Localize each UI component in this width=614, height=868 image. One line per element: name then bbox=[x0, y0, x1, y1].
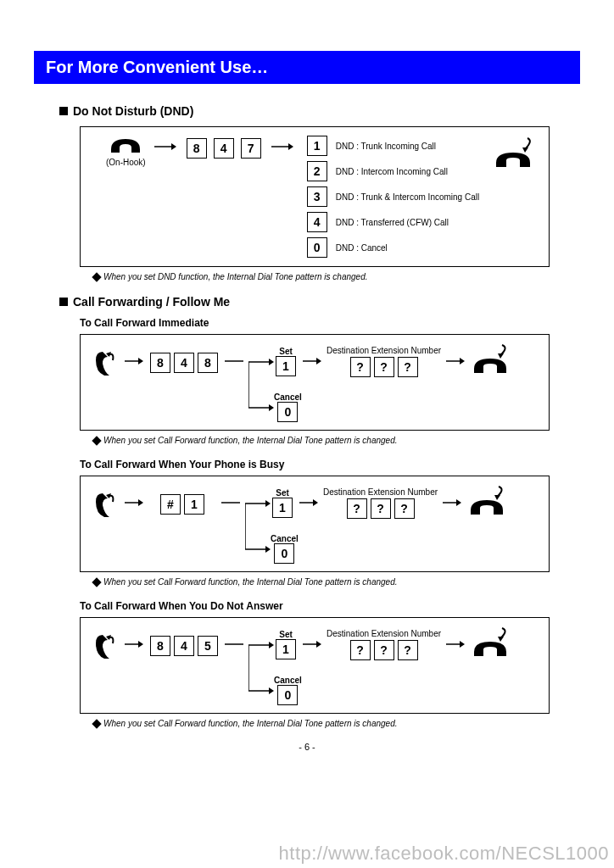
arrow-icon bbox=[221, 498, 240, 507]
key-digit: 4 bbox=[307, 212, 327, 232]
hangup-icon bbox=[470, 343, 511, 379]
note-text: When you set Call Forward function, the … bbox=[103, 577, 398, 587]
svg-marker-32 bbox=[494, 495, 500, 500]
arrow-icon bbox=[303, 640, 321, 648]
watermark-url: http://www.facebook.com/NECSL1000 bbox=[279, 843, 609, 865]
key-placeholder: ? bbox=[350, 357, 371, 377]
page-number: - 6 - bbox=[34, 742, 580, 752]
dnd-option-text: DND : Trunk & Intercom Incoming Call bbox=[336, 192, 480, 202]
arrow-icon bbox=[225, 357, 243, 365]
handset-off-hook-icon bbox=[92, 490, 120, 524]
handset-off-hook-icon bbox=[92, 632, 120, 665]
arrow-icon bbox=[446, 640, 465, 648]
arrow-icon bbox=[303, 357, 321, 365]
on-hook-label: (On-Hook) bbox=[106, 158, 146, 167]
svg-marker-4 bbox=[522, 147, 528, 153]
cf-note: When you set Call Forward function, the … bbox=[93, 577, 580, 587]
dest-label: Destination Extension Number bbox=[323, 487, 438, 497]
set-label: Set bbox=[279, 630, 293, 639]
dnd-option: 4DND : Transferred (CFW) Call bbox=[305, 212, 480, 232]
branch-icon bbox=[248, 626, 274, 706]
dnd-diagram: (On-Hook) 8 4 7 1DND : Trunk Incoming Ca… bbox=[80, 126, 550, 267]
svg-marker-29 bbox=[313, 499, 318, 506]
key-digit: 2 bbox=[307, 161, 327, 181]
key-digit: 0 bbox=[277, 402, 298, 422]
key-digit: 0 bbox=[277, 685, 298, 705]
cancel-label: Cancel bbox=[271, 534, 299, 543]
key-digit: 8 bbox=[198, 353, 218, 373]
cf-noanswer-diagram: 8 4 5 Set1 Destination Extension Number … bbox=[80, 617, 550, 714]
note-text: When you set DND function, the Internal … bbox=[103, 272, 367, 281]
page-title: For More Convenient Use… bbox=[34, 51, 580, 84]
arrow-icon bbox=[271, 142, 293, 151]
handset-off-hook-icon bbox=[92, 348, 120, 382]
diamond-icon bbox=[92, 577, 101, 587]
cf-note: When you set Call Forward function, the … bbox=[93, 436, 580, 445]
key-digit: 1 bbox=[184, 494, 204, 515]
arrow-icon bbox=[443, 498, 461, 507]
svg-marker-15 bbox=[316, 358, 321, 364]
cf-heading-text: Call Forwarding / Follow Me bbox=[73, 295, 230, 309]
key-digit: 1 bbox=[307, 136, 327, 156]
dnd-option: 1DND : Trunk Incoming Call bbox=[305, 136, 480, 156]
hangup-icon bbox=[470, 626, 511, 662]
dnd-option: 0DND : Cancel bbox=[305, 237, 480, 258]
svg-marker-46 bbox=[498, 637, 504, 642]
key-placeholder: ? bbox=[374, 640, 394, 660]
key-digit: 1 bbox=[276, 356, 296, 376]
key-placeholder: ? bbox=[398, 640, 418, 660]
handset-on-hook-icon bbox=[109, 136, 142, 158]
dnd-option-text: DND : Cancel bbox=[336, 243, 388, 253]
cancel-label: Cancel bbox=[274, 676, 302, 685]
hangup-icon bbox=[491, 136, 535, 173]
svg-marker-3 bbox=[288, 143, 293, 150]
key-digit: # bbox=[160, 494, 181, 515]
key-digit: 4 bbox=[174, 353, 194, 373]
hangup-icon bbox=[466, 485, 507, 520]
svg-marker-7 bbox=[138, 358, 143, 364]
arrow-icon bbox=[125, 498, 143, 507]
cf-busy-diagram: # 1 Set1 Destination Extension Number ??… bbox=[80, 476, 550, 572]
note-text: When you set Call Forward function, the … bbox=[103, 436, 398, 445]
arrow-icon bbox=[125, 640, 143, 648]
dnd-option-text: DND : Transferred (CFW) Call bbox=[336, 218, 449, 227]
dnd-note: When you set DND function, the Internal … bbox=[93, 272, 580, 281]
dnd-option: 3DND : Trunk & Intercom Incoming Call bbox=[305, 186, 480, 207]
branch-icon bbox=[248, 343, 274, 423]
svg-marker-17 bbox=[460, 358, 465, 364]
diamond-icon bbox=[92, 436, 101, 445]
dnd-option: 2DND : Intercom Incoming Call bbox=[305, 161, 480, 181]
key-placeholder: ? bbox=[374, 357, 394, 377]
key-digit: 4 bbox=[174, 636, 194, 656]
dnd-heading-text: Do Not Disturb (DND) bbox=[73, 104, 193, 118]
dest-label: Destination Extension Number bbox=[327, 346, 441, 355]
arrow-icon bbox=[446, 357, 465, 365]
dnd-option-list: 1DND : Trunk Incoming Call 2DND : Interc… bbox=[305, 136, 480, 258]
cf-noanswer-heading: To Call Forward When You Do Not Answer bbox=[80, 600, 580, 612]
dnd-option-text: DND : Intercom Incoming Call bbox=[336, 167, 448, 176]
svg-marker-1 bbox=[171, 143, 176, 150]
svg-marker-31 bbox=[456, 499, 461, 506]
key-digit: 5 bbox=[198, 636, 218, 656]
section-dnd-heading: Do Not Disturb (DND) bbox=[59, 104, 580, 118]
key-digit: 0 bbox=[274, 543, 294, 564]
cf-immediate-heading: To Call Forward Immediate bbox=[80, 317, 580, 329]
key-placeholder: ? bbox=[350, 640, 371, 660]
key-placeholder: ? bbox=[398, 357, 418, 377]
branch-icon bbox=[245, 485, 271, 565]
section-cf-heading: Call Forwarding / Follow Me bbox=[59, 295, 580, 309]
set-label: Set bbox=[279, 347, 293, 356]
note-text: When you set Call Forward function, the … bbox=[103, 719, 398, 728]
diamond-icon bbox=[92, 719, 101, 728]
arrow-icon bbox=[125, 357, 143, 365]
key-placeholder: ? bbox=[394, 498, 415, 519]
bullet-icon bbox=[59, 107, 68, 115]
dnd-option-text: DND : Trunk Incoming Call bbox=[336, 142, 436, 151]
cf-immediate-diagram: 8 4 8 Set1 Destination Extension Number bbox=[80, 334, 550, 431]
cf-note: When you set Call Forward function, the … bbox=[93, 719, 580, 728]
key-digit: 3 bbox=[307, 186, 327, 207]
cf-busy-heading: To Call Forward When Your Phone is Busy bbox=[80, 459, 580, 470]
arrow-icon bbox=[154, 142, 176, 151]
set-label: Set bbox=[276, 488, 289, 498]
key-placeholder: ? bbox=[347, 498, 367, 519]
